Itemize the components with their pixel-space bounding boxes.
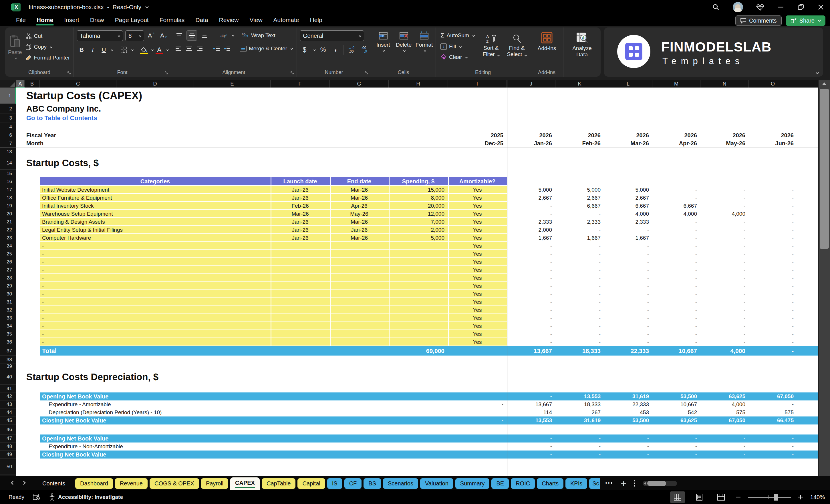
end-date-cell[interactable]: Apr-26 [330, 202, 389, 210]
currency-format-button[interactable]: $ [300, 44, 310, 55]
column-header-E[interactable]: E [194, 80, 270, 88]
launch-date-cell[interactable]: Feb-26 [270, 202, 330, 210]
number-dialog-launcher-icon[interactable] [365, 71, 369, 75]
row-header-23[interactable]: 23 [0, 234, 16, 242]
table-of-contents-link[interactable]: Go to Table of Contents [26, 114, 97, 122]
launch-date-cell[interactable]: Jan-26 [270, 194, 330, 202]
page-break-preview-button[interactable] [713, 492, 729, 503]
category-cell[interactable]: Legal Entity Setup & Initial Filings [42, 226, 123, 234]
menu-tab-draw[interactable]: Draw [86, 14, 109, 26]
spending-cell[interactable]: 7,000 [402, 218, 444, 226]
row-header-31[interactable]: 31 [0, 298, 16, 306]
row-header-14[interactable]: 14 [0, 156, 16, 169]
currency-chevron-icon[interactable] [314, 49, 316, 51]
accessibility-status[interactable]: Accessibility: Investigate [58, 494, 123, 500]
restore-button[interactable] [797, 4, 804, 10]
category-cell[interactable]: - [42, 242, 44, 250]
column-header-I[interactable]: I [448, 80, 507, 88]
column-header-M[interactable]: M [652, 80, 700, 88]
sheet-tab-charts[interactable]: Charts [537, 478, 564, 489]
row-header-24[interactable]: 24 [0, 242, 16, 250]
column-header-C[interactable]: C [40, 80, 117, 88]
clipboard-dialog-launcher-icon[interactable] [67, 71, 71, 75]
column-header-K[interactable]: K [555, 80, 604, 88]
column-header-J[interactable]: J [507, 80, 555, 88]
row-header-32[interactable]: 32 [0, 306, 16, 314]
vertical-scrollbar-thumb[interactable] [820, 89, 829, 249]
insert-cells-button[interactable]: Insert [374, 31, 392, 52]
amortizable-cell[interactable]: Yes [448, 218, 507, 226]
launch-date-cell[interactable]: Jan-26 [270, 186, 330, 194]
column-header-partial[interactable] [797, 80, 818, 88]
amortizable-cell[interactable]: Yes [448, 298, 507, 306]
category-cell[interactable]: Initial Website Development [42, 186, 109, 194]
font-size-select[interactable]: 8 [125, 30, 144, 41]
zoom-in-button[interactable] [798, 494, 803, 500]
row-header-21[interactable]: 21 [0, 218, 16, 226]
horizontal-scrollbar[interactable] [643, 481, 677, 486]
sheet-tab-summary[interactable]: Summary [455, 478, 490, 489]
amortizable-cell[interactable]: Yes [448, 330, 507, 338]
sheet-tab-captable[interactable]: CapTable [262, 478, 296, 489]
tab-options-button[interactable] [634, 480, 635, 486]
category-cell[interactable]: Computer Hardware [42, 234, 91, 242]
sheet-tab-be[interactable]: BE [491, 478, 509, 489]
row-header-15[interactable]: 15 [0, 169, 16, 177]
add-sheet-button[interactable]: + [620, 480, 626, 486]
row-header-2[interactable]: 2 [0, 104, 16, 114]
spending-cell[interactable]: 2,000 [402, 226, 444, 234]
align-right-button[interactable] [195, 43, 204, 54]
column-header-L[interactable]: L [604, 80, 652, 88]
end-date-cell[interactable]: May-26 [330, 210, 389, 218]
end-date-cell[interactable]: Jan-26 [330, 226, 389, 234]
increase-indent-button[interactable] [223, 43, 232, 54]
amortizable-cell[interactable]: Yes [448, 282, 507, 290]
sheet-tab-scenarios[interactable]: Scenarios [383, 478, 418, 489]
borders-chevron-icon[interactable] [131, 49, 133, 51]
end-date-cell[interactable]: Mar-26 [330, 218, 389, 226]
cut-button[interactable]: Cut [24, 32, 72, 40]
minimize-button[interactable] [777, 4, 784, 10]
row-header-25[interactable]: 25 [0, 250, 16, 258]
row-header-4[interactable]: 4 [0, 122, 16, 131]
menu-tab-view[interactable]: View [245, 14, 267, 26]
row-header-18[interactable]: 18 [0, 194, 16, 202]
launch-date-cell[interactable]: Jan-26 [270, 234, 330, 242]
premium-diamond-icon[interactable] [756, 3, 764, 11]
category-cell[interactable]: - [42, 258, 44, 266]
readonly-chevron-icon[interactable] [145, 5, 149, 8]
format-painter-button[interactable]: Format Painter [24, 54, 72, 62]
row-header-3[interactable]: 3 [0, 114, 16, 122]
decrease-font-size-button[interactable]: A˅ [158, 30, 168, 41]
sort-filter-button[interactable]: AZ Sort &Filter [480, 30, 502, 61]
menu-tab-data[interactable]: Data [191, 14, 213, 26]
row-header-6[interactable]: 6 [0, 131, 16, 139]
delete-cells-button[interactable]: Delete [395, 31, 413, 52]
align-top-button[interactable] [174, 30, 185, 41]
column-header-A[interactable]: A [16, 80, 25, 88]
row-header-44[interactable]: 44 [0, 408, 16, 416]
category-cell[interactable]: - [42, 338, 44, 346]
column-header-G[interactable]: G [330, 80, 389, 88]
addins-button[interactable]: Add-ins [533, 30, 561, 52]
row-header-28[interactable]: 28 [0, 274, 16, 282]
font-dialog-launcher-icon[interactable] [164, 71, 168, 75]
spending-cell[interactable]: 20,000 [402, 202, 444, 210]
format-cells-button[interactable]: Format [415, 31, 433, 52]
close-button[interactable] [818, 4, 824, 10]
row-header-41[interactable]: 41 [0, 385, 16, 392]
analyze-data-button[interactable]: AnalyzeData [566, 30, 598, 58]
sheet-tab-valuation[interactable]: Valuation [420, 478, 453, 489]
row-header-42[interactable]: 42 [0, 392, 16, 401]
accessibility-icon[interactable] [49, 494, 55, 501]
row-header-36[interactable]: 36 [0, 338, 16, 346]
amortizable-cell[interactable]: Yes [448, 314, 507, 322]
align-left-button[interactable] [174, 43, 183, 54]
end-date-cell[interactable]: Mar-26 [330, 186, 389, 194]
amortizable-cell[interactable]: Yes [448, 306, 507, 314]
menu-tab-insert[interactable]: Insert [60, 14, 84, 26]
category-cell[interactable]: Office Furniture & Equipment [42, 194, 112, 202]
prev-sheet-button[interactable] [11, 481, 15, 485]
wrap-text-button[interactable]: ab Wrap Text [240, 31, 277, 39]
category-cell[interactable]: - [42, 298, 44, 306]
